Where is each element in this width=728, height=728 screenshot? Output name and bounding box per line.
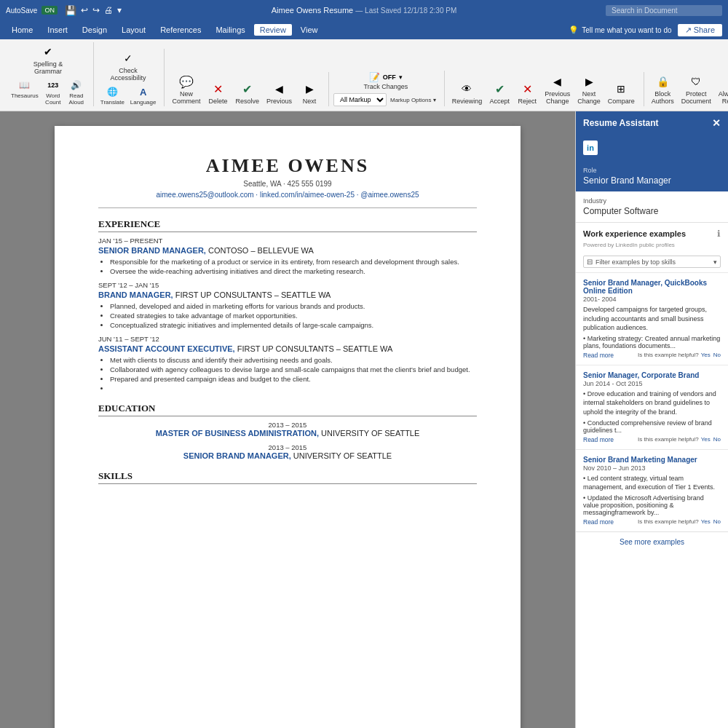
search-input[interactable] <box>606 5 722 16</box>
education-section-title: EDUCATION <box>98 403 477 416</box>
menu-design[interactable]: Design <box>76 24 113 36</box>
job-2-title: BRAND MANAGER, <box>98 290 173 299</box>
ra-info-icon[interactable]: ℹ <box>717 229 721 239</box>
menu-mailings[interactable]: Mailings <box>210 24 250 36</box>
job-3-header: ASSISTANT ACCOUNT EXECUTIVE, FIRST UP CO… <box>98 344 477 353</box>
markup-select[interactable]: All Markup <box>333 93 387 106</box>
accept-label: Accept <box>489 98 510 105</box>
translate-button[interactable]: 🌐 Translate <box>98 84 127 106</box>
next-comment-label: Next <box>303 98 317 105</box>
ribbon-group-language: ✓ CheckAccessibility 🌐 Translate A Langu… <box>95 49 165 106</box>
document-area[interactable]: AIMEE OWENS Seattle, WA · 425 555 0199 a… <box>0 111 575 728</box>
read-aloud-button[interactable]: 🔊 ReadAloud <box>66 78 87 106</box>
previous-comment-button[interactable]: ◀ Previous <box>264 79 295 106</box>
ra-example-2-yes-no: Yes No <box>701 436 721 443</box>
accept-icon: ✔ <box>491 81 507 97</box>
edu-1-years: 2013 – 2015 <box>98 421 477 429</box>
ra-example-2-yes[interactable]: Yes <box>701 436 711 443</box>
spelling-grammar-button[interactable]: ✔ Spelling &Grammar <box>31 42 66 76</box>
menu-review[interactable]: Review <box>254 24 292 36</box>
new-comment-icon: 💬 <box>178 74 194 90</box>
language-label: Language <box>130 99 157 106</box>
markup-options-button[interactable]: Markup Options ▾ <box>388 96 438 104</box>
resolve-button[interactable]: ✔ Resolve <box>232 79 262 106</box>
ribbon-group-changes: 👁 Reviewing ✔ Accept ✕ Reject ◀ Previous… <box>446 72 644 106</box>
job-2-company-text: FIRST UP CONSULTANTS – SEATTLE WA <box>175 290 331 299</box>
lightbulb-icon: 💡 <box>569 25 579 35</box>
more-icon[interactable]: ▾ <box>117 5 122 15</box>
print-icon[interactable]: 🖨 <box>104 5 113 15</box>
menu-home[interactable]: Home <box>6 24 39 36</box>
track-changes-button[interactable]: 📝 OFF ▾ Track Changes <box>333 71 438 92</box>
ra-example-1-yes-no: Yes No <box>701 352 721 358</box>
job-3-company-text: FIRST UP CONSULTANTS – SEATTLE WA <box>237 344 393 353</box>
compare-icon: ⊞ <box>613 81 629 97</box>
thesaurus-button[interactable]: 📖 Thesaurus <box>9 78 41 106</box>
next-change-button[interactable]: ▶ NextChange <box>574 72 604 106</box>
compare-button[interactable]: ⊞ Compare <box>605 79 638 106</box>
resolve-icon: ✔ <box>240 81 256 97</box>
resolve-label: Resolve <box>235 98 259 105</box>
block-authors-button[interactable]: 🔒 BlockAuthors <box>649 72 677 106</box>
reject-button[interactable]: ✕ Reject <box>514 79 540 106</box>
resume-name: AIMEE OWENS <box>98 155 477 177</box>
delete-comment-button[interactable]: ✕ Delete <box>205 79 231 106</box>
new-comment-button[interactable]: 💬 NewComment <box>169 72 203 106</box>
ra-see-more-button[interactable]: See more examples <box>576 531 728 552</box>
title-bar-right <box>606 5 722 16</box>
main-area: AIMEE OWENS Seattle, WA · 425 555 0199 a… <box>0 111 728 728</box>
menu-insert[interactable]: Insert <box>41 24 74 36</box>
job-3-bullet-3: Prepared and presented campaign ideas an… <box>110 375 477 383</box>
thesaurus-icon: 📖 <box>18 79 31 92</box>
check-accessibility-button[interactable]: ✓ CheckAccessibility <box>108 49 149 83</box>
ra-role-box: Role Senior Brand Manager <box>576 161 728 191</box>
ra-example-2-no[interactable]: No <box>713 436 721 443</box>
prev-change-button[interactable]: ◀ PreviousChange <box>542 72 573 106</box>
ra-example-1-text: Developed campaigns for targeted groups,… <box>583 305 721 333</box>
ra-example-3-no[interactable]: No <box>713 518 721 525</box>
accept-button[interactable]: ✔ Accept <box>486 79 513 106</box>
document-page: AIMEE OWENS Seattle, WA · 425 555 0199 a… <box>55 126 521 728</box>
ra-example-3-read-more[interactable]: Read more <box>583 518 614 526</box>
job-1-header: SENIOR BRAND MANAGER, CONTOSO – BELLEVUE… <box>98 246 477 255</box>
ra-example-1-helpful: Is this example helpful? <box>638 352 699 358</box>
edu-2-header: SENIOR BRAND MANAGER, UNIVERSITY OF SEAT… <box>98 451 477 460</box>
redo-icon[interactable]: ↪ <box>92 5 100 15</box>
share-icon: ↗ <box>685 25 692 34</box>
ra-example-3-yes[interactable]: Yes <box>701 518 711 525</box>
menu-view[interactable]: View <box>295 24 324 36</box>
ra-example-2-date: Jun 2014 - Oct 2015 <box>583 380 721 387</box>
ra-example-1-yes[interactable]: Yes <box>701 352 711 358</box>
menu-layout[interactable]: Layout <box>116 24 151 36</box>
language-button[interactable]: A Language <box>128 84 159 106</box>
protect-document-button[interactable]: 🛡 ProtectDocument <box>678 72 714 106</box>
ra-example-1-read-more[interactable]: Read more <box>583 352 614 359</box>
word-count-label: WordCount <box>45 92 60 106</box>
next-comment-button[interactable]: ▶ Next <box>296 79 323 106</box>
edu-2-degree: SENIOR BRAND MANAGER, <box>183 451 291 460</box>
title-bar-left: AutoSave ON 💾 ↩ ↪ 🖨 ▾ <box>6 5 122 16</box>
menu-references[interactable]: References <box>154 24 207 36</box>
experience-section-title: EXPERIENCE <box>98 218 477 232</box>
reviewing-button[interactable]: 👁 Reviewing <box>449 79 486 106</box>
ra-example-3: Senior Brand Marketing Manager Nov 2010 … <box>576 449 728 531</box>
ra-example-1-no[interactable]: No <box>713 352 721 358</box>
next-change-icon: ▶ <box>581 74 597 90</box>
job-3-date: JUN '11 – SEPT '12 <box>98 335 477 343</box>
job-3-bullet-2: Collaborated with agency colleagues to d… <box>110 365 477 373</box>
tell-me-box[interactable]: 💡 Tell me what you want to do <box>569 25 671 35</box>
next-comment-icon: ▶ <box>301 81 317 97</box>
autosave-toggle[interactable]: ON <box>41 6 58 15</box>
ra-example-2-read-more[interactable]: Read more <box>583 436 614 443</box>
share-button[interactable]: ↗ Share <box>678 24 722 36</box>
ra-close-button[interactable]: ✕ <box>712 117 721 129</box>
word-count-button[interactable]: 123 WordCount <box>42 78 64 106</box>
save-icon[interactable]: 💾 <box>65 5 76 16</box>
ra-example-3-date: Nov 2010 – Jun 2013 <box>583 464 721 472</box>
ra-role-value[interactable]: Senior Brand Manager <box>583 175 721 186</box>
always-open-readonly-button[interactable]: 📄 Always OpenRead-Only <box>716 72 728 106</box>
undo-icon[interactable]: ↩ <box>81 5 88 15</box>
spelling-icon: ✔ <box>40 44 56 60</box>
filter-dropdown-icon[interactable]: ▾ <box>713 258 717 266</box>
ra-industry-value[interactable]: Computer Software <box>583 206 721 216</box>
